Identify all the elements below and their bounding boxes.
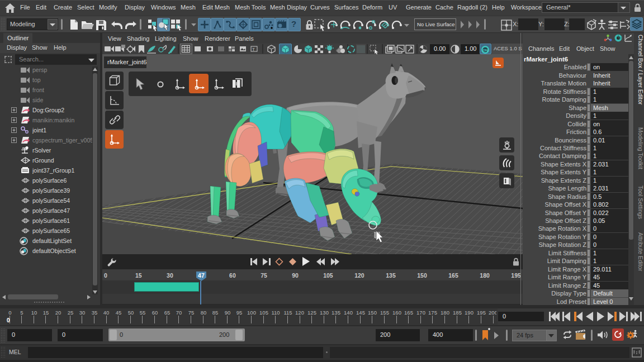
svg-text:ON: ON — [482, 49, 487, 52]
svg-text:T: T — [252, 47, 255, 52]
